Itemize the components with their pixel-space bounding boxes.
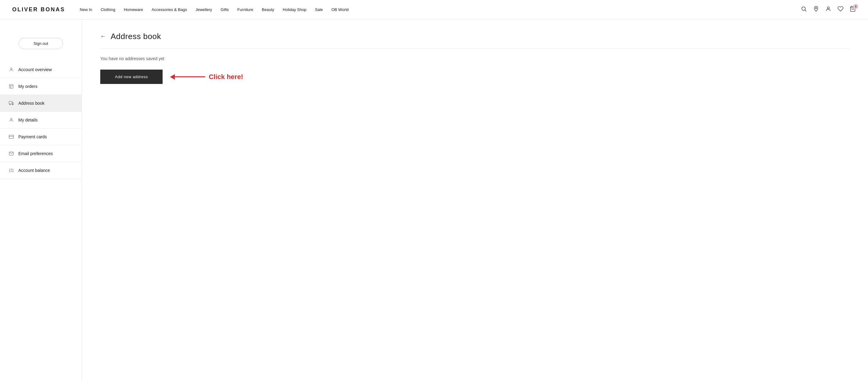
click-here-label: Click here! [209,73,243,81]
sidebar-item-email-preferences[interactable]: Email preferences [0,145,82,162]
sidebar-item-label-address-book: Address book [18,101,44,106]
truck-icon [8,100,14,106]
svg-point-10 [10,118,12,120]
sidebar-item-label-email-preferences: Email preferences [18,151,53,156]
svg-rect-7 [9,101,12,104]
sidebar-item-address-book[interactable]: Address book [0,95,82,112]
sidebar-item-label-my-orders: My orders [18,84,37,89]
svg-point-8 [9,104,10,105]
wishlist-icon[interactable] [837,6,843,13]
location-icon[interactable] [813,6,819,13]
svg-point-9 [12,104,13,105]
sidebar-nav: Account overview My orders Address book … [0,61,82,179]
svg-line-1 [805,10,807,11]
cart-badge: 1 [853,4,858,9]
header-icons: 1 [801,6,856,13]
add-address-button[interactable]: Add new address [100,70,163,84]
sign-out-button[interactable]: Sign out [19,38,63,49]
details-icon [8,117,14,123]
add-address-section: Add new address Click here! [100,70,850,84]
svg-rect-6 [9,84,13,88]
svg-point-3 [827,7,830,9]
sidebar-item-my-details[interactable]: My details [0,112,82,129]
search-icon[interactable] [801,6,807,13]
main-nav: New In Clothing Homeware Accessories & B… [80,7,801,12]
site-header: OLIVER BONAS New In Clothing Homeware Ac… [0,0,868,20]
page-header: ← Address book [100,32,850,49]
page-wrapper: Sign out Account overview My orders Addr… [0,20,868,381]
sidebar-item-payment-cards[interactable]: Payment cards [0,129,82,145]
nav-item-beauty[interactable]: Beauty [262,7,274,12]
orders-icon [8,84,14,89]
card-icon [8,134,14,140]
nav-item-accessories[interactable]: Accessories & Bags [152,7,187,12]
sidebar-item-label-account-balance: Account balance [18,168,50,173]
back-arrow[interactable]: ← [100,33,106,40]
sidebar-item-my-orders[interactable]: My orders [0,78,82,95]
sidebar-item-label-account-overview: Account overview [18,67,52,72]
nav-item-furniture[interactable]: Furniture [238,7,253,12]
sidebar-item-label-payment-cards: Payment cards [18,134,47,139]
arrow-shaft [175,76,205,77]
cart-icon[interactable]: 1 [850,6,856,13]
sidebar-item-account-balance[interactable]: Account balance [0,162,82,179]
sidebar-item-account-overview[interactable]: Account overview [0,61,82,78]
nav-item-gifts[interactable]: Gifts [221,7,229,12]
page-title: Address book [111,32,161,41]
main-content: ← Address book You have no addresses sav… [82,20,868,381]
nav-item-ob-world[interactable]: OB World [331,7,348,12]
arrow-annotation [170,74,205,80]
email-icon [8,151,14,156]
svg-point-0 [802,7,805,10]
person-icon [8,67,14,72]
sidebar: Sign out Account overview My orders Addr… [0,20,82,381]
sidebar-item-label-my-details: My details [18,117,38,123]
click-here-annotation: Click here! [170,73,243,81]
balance-icon [8,168,14,173]
nav-item-jewellery[interactable]: Jewellery [196,7,212,12]
nav-item-holiday-shop[interactable]: Holiday Shop [283,7,306,12]
nav-item-homeware[interactable]: Homeware [124,7,143,12]
arrow-head [170,74,175,80]
nav-item-new-in[interactable]: New In [80,7,92,12]
svg-rect-11 [9,135,14,139]
site-logo[interactable]: OLIVER BONAS [12,6,65,13]
empty-addresses-message: You have no addresses saved yet [100,56,850,61]
svg-point-2 [815,7,817,8]
svg-point-5 [10,68,12,70]
nav-item-clothing[interactable]: Clothing [100,7,115,12]
account-icon[interactable] [825,6,831,13]
nav-item-sale[interactable]: Sale [315,7,323,12]
